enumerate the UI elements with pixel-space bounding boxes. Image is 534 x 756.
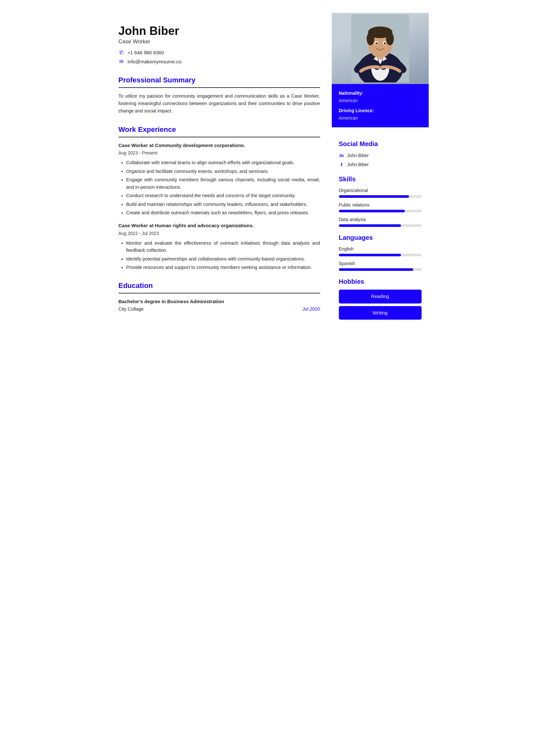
- skill-2-bar-bg: [339, 210, 421, 212]
- job-1-title: Case Worker at Community development cor…: [118, 142, 320, 149]
- list-item: Collaborate with internal teams to align…: [126, 159, 320, 166]
- facebook-handle: John.Biber: [347, 161, 369, 168]
- list-item: Conduct research to understand the needs…: [126, 192, 320, 199]
- job-2-bullets: Monitor and evaluate the effectiveness o…: [118, 239, 320, 271]
- list-item: Organize and facilitate community events…: [126, 168, 320, 175]
- edu-degree: Bachelor's degree in Business Administra…: [118, 298, 320, 306]
- job-1-dates: Aug 2023 - Present: [118, 149, 320, 156]
- education-section: Education Bachelor's degree in Business …: [118, 280, 320, 313]
- header-section: John Biber Case Worker ✆ +1 646 980 6360…: [118, 25, 320, 66]
- email-value: Info@makemyresume.co: [128, 58, 182, 66]
- left-column: John Biber Case Worker ✆ +1 646 980 6360…: [106, 13, 332, 328]
- svg-point-12: [375, 42, 377, 44]
- list-item: Engage with community members through va…: [126, 176, 320, 191]
- phone-row: ✆ +1 646 980 6360: [118, 49, 320, 57]
- hobby-writing: Writing: [339, 306, 421, 320]
- skill-1-bar-fill: [339, 195, 409, 198]
- lang-2: Spanish: [339, 260, 421, 271]
- education-divider: [118, 293, 320, 293]
- edu-entry-1: Bachelor's degree in Business Administra…: [118, 298, 320, 313]
- svg-point-9: [386, 32, 394, 45]
- edu-school: City Collage: [118, 306, 144, 313]
- education-title: Education: [118, 280, 320, 291]
- skill-3-bar-bg: [339, 224, 421, 227]
- photo-container: [332, 13, 429, 84]
- nationality-value: American: [339, 97, 421, 104]
- skill-1: Organizational: [339, 187, 421, 198]
- skill-2-name: Public relations: [339, 202, 421, 208]
- work-experience-title: Work Experience: [118, 124, 320, 135]
- email-icon: ✉: [118, 58, 124, 66]
- list-item: Create and distribute outreach materials…: [126, 209, 320, 216]
- skill-1-name: Organizational: [339, 187, 421, 194]
- summary-text: To utilize my passion for community enga…: [118, 93, 320, 115]
- hobbies-title: Hobbies: [339, 277, 421, 286]
- lang-1-name: English: [339, 246, 421, 253]
- hobbies-section: Hobbies Reading Writing: [339, 277, 421, 320]
- lang-2-bar-bg: [339, 268, 421, 271]
- lang-2-bar-fill: [339, 268, 413, 271]
- hobby-reading: Reading: [339, 290, 421, 304]
- skill-2: Public relations: [339, 202, 421, 212]
- summary-section: Professional Summary To utilize my passi…: [118, 75, 320, 115]
- facebook-icon: f: [339, 161, 345, 169]
- lang-1-bar-fill: [339, 254, 401, 256]
- lang-2-bar-empty: [413, 268, 421, 271]
- edu-school-row: City Collage Jul 2020: [118, 306, 320, 313]
- lang-1: English: [339, 246, 421, 256]
- job-2-title: Case Worker at Human rights and advocacy…: [118, 222, 320, 230]
- summary-title: Professional Summary: [118, 75, 320, 85]
- job-1-bullets: Collaborate with internal teams to align…: [118, 159, 320, 216]
- languages-title: Languages: [339, 233, 421, 242]
- skills-section: Skills Organizational Public relations D…: [339, 174, 421, 227]
- profile-photo: [332, 13, 429, 84]
- skill-2-bar-fill: [339, 210, 405, 212]
- phone-icon: ✆: [118, 49, 124, 57]
- driving-label: Driving Licence:: [339, 107, 421, 114]
- lang-2-name: Spanish: [339, 260, 421, 267]
- right-column: Nationality: American Driving Licence: A…: [332, 13, 429, 328]
- personal-info-box: Nationality: American Driving Licence: A…: [332, 84, 429, 127]
- svg-point-13: [384, 42, 386, 44]
- list-item: Build and maintain relationships with co…: [126, 201, 320, 208]
- social-facebook[interactable]: f John.Biber: [339, 161, 421, 169]
- linkedin-icon: in: [339, 152, 345, 159]
- email-row: ✉ Info@makemyresume.co: [118, 58, 320, 66]
- summary-divider: [118, 87, 320, 88]
- skill-3-name: Data analysis: [339, 216, 421, 223]
- list-item: Monitor and evaluate the effectiveness o…: [126, 239, 320, 254]
- languages-section: Languages English Spanish: [339, 233, 421, 271]
- job-1: Case Worker at Community development cor…: [118, 142, 320, 217]
- list-item: Provide resources and support to communi…: [126, 264, 320, 271]
- edu-date: Jul 2020: [302, 306, 320, 313]
- work-experience-section: Work Experience Case Worker at Community…: [118, 124, 320, 271]
- full-name: John Biber: [118, 25, 320, 38]
- lang-1-bar-bg: [339, 254, 421, 256]
- phone-value: +1 646 980 6360: [128, 49, 164, 57]
- skill-1-bar-bg: [339, 195, 421, 198]
- skills-title: Skills: [339, 174, 421, 184]
- work-experience-divider: [118, 137, 320, 137]
- skill-3-bar-fill: [339, 224, 401, 227]
- social-linkedin[interactable]: in John.Biber: [339, 152, 421, 159]
- list-item: Identify potential partnerships and coll…: [126, 255, 320, 262]
- social-media-title: Social Media: [339, 139, 421, 149]
- job-2-dates: Aug 2022 - Jul 2023: [118, 230, 320, 237]
- social-media-section: Social Media in John.Biber f John.Biber: [339, 139, 421, 168]
- nationality-label: Nationality:: [339, 90, 421, 97]
- right-inner: Social Media in John.Biber f John.Biber …: [332, 127, 429, 328]
- resume-wrapper: John Biber Case Worker ✆ +1 646 980 6360…: [106, 0, 429, 341]
- job-2: Case Worker at Human rights and advocacy…: [118, 222, 320, 271]
- skill-3: Data analysis: [339, 216, 421, 227]
- driving-value: American: [339, 115, 421, 122]
- job-title: Case Worker: [118, 38, 320, 46]
- svg-point-8: [367, 32, 374, 45]
- linkedin-handle: John.Biber: [347, 152, 369, 159]
